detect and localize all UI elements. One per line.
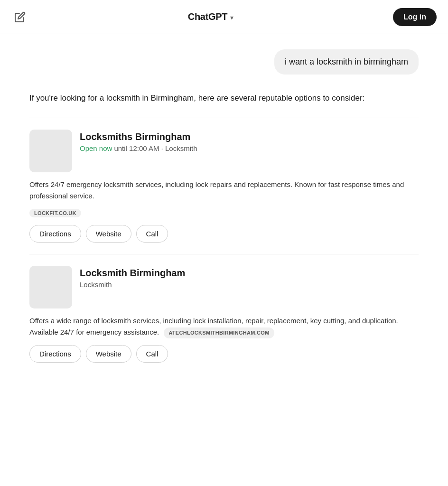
open-now-label: Open now [80,144,112,152]
listing-2-directions-button[interactable]: Directions [29,345,81,363]
app-header: ChatGPT ▾ Log in [0,0,448,34]
listing-card-2: Locksmith Birmingham Locksmith Offers a … [29,254,419,374]
listing-2-website-button[interactable]: Website [86,345,131,363]
ai-intro-text: If you're looking for a locksmith in Bir… [29,92,419,104]
edit-icon[interactable] [11,9,28,26]
listing-2-name: Locksmith Birmingham [80,268,419,279]
listing-2-image [29,266,72,308]
listing-2-header: Locksmith Birmingham Locksmith [29,266,419,308]
user-message-bubble: i want a locksmith in birmingham [274,49,419,75]
listing-2-call-button[interactable]: Call [136,345,168,363]
app-title: ChatGPT [188,11,227,22]
listing-2-url-badge[interactable]: ATECHLOCKSMITHBIRMINGHAM.COM [164,327,274,339]
listing-1-name: Locksmiths Birmingham [80,131,419,142]
listing-1-call-button[interactable]: Call [136,225,168,243]
listing-1-status-rest: until 12:00 AM · Locksmith [114,144,197,152]
listing-1-actions: Directions Website Call [29,225,419,243]
listing-1-status: Open now until 12:00 AM · Locksmith [80,144,419,152]
login-button[interactable]: Log in [393,8,437,26]
listing-1-info: Locksmiths Birmingham Open now until 12:… [80,130,419,152]
chevron-down-icon: ▾ [230,14,233,21]
listing-2-status-line: Locksmith [80,280,112,289]
listing-2-actions: Directions Website Call [29,345,419,363]
chat-area: i want a locksmith in birmingham If you'… [10,34,438,389]
listing-2-description: Offers a wide range of locksmith service… [29,315,419,338]
listing-2-info: Locksmith Birmingham Locksmith [80,266,419,289]
header-title-container[interactable]: ChatGPT ▾ [188,11,233,22]
listing-1-url-badge[interactable]: LOCKFIT.CO.UK [29,209,81,217]
listing-1-image [29,130,72,172]
ai-response: If you're looking for a locksmith in Bir… [29,92,419,374]
user-message-container: i want a locksmith in birmingham [29,49,419,75]
listing-1-directions-button[interactable]: Directions [29,225,81,243]
listing-2-status: Locksmith [80,280,419,289]
listing-1-description: Offers 24/7 emergency locksmith services… [29,179,419,202]
listing-1-header: Locksmiths Birmingham Open now until 12:… [29,130,419,172]
listing-card-1: Locksmiths Birmingham Open now until 12:… [29,118,419,254]
listing-1-website-button[interactable]: Website [86,225,131,243]
